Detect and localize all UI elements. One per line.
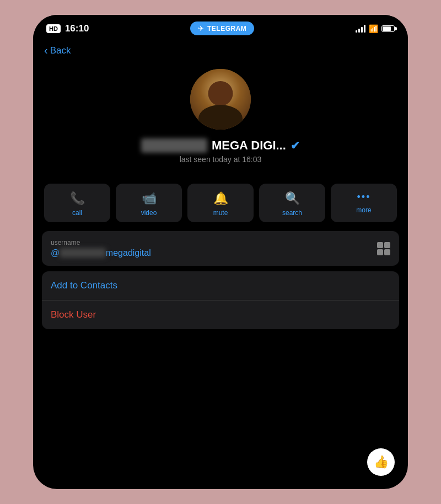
mute-icon: 🔔 xyxy=(213,191,228,206)
video-button[interactable]: 📹 video xyxy=(116,184,182,222)
search-icon: 🔍 xyxy=(285,191,300,206)
username-value: @hoanglammmegadigital xyxy=(51,248,151,258)
qr-code-icon[interactable] xyxy=(377,242,390,255)
user-name: Hoàng Lâm MEGA DIGI... ✔ xyxy=(141,138,300,153)
video-label: video xyxy=(141,209,157,217)
back-label: Back xyxy=(50,45,71,56)
telegram-indicator: ✈ TELEGRAM xyxy=(190,22,254,35)
block-user-button[interactable]: Block User xyxy=(42,301,399,329)
status-left: HD 16:10 xyxy=(46,23,89,34)
status-right: 📶 xyxy=(356,24,395,33)
call-label: call xyxy=(72,209,82,217)
chevron-left-icon: ‹ xyxy=(44,44,48,57)
username-info: username @hoanglammmegadigital xyxy=(51,239,151,258)
more-button[interactable]: ••• more xyxy=(331,184,397,222)
username-suffix: megadigital xyxy=(106,248,151,258)
time: 16:10 xyxy=(65,23,89,34)
profile-section: Hoàng Lâm MEGA DIGI... ✔ last seen today… xyxy=(33,63,408,175)
thumbs-up-button[interactable]: 👍 xyxy=(367,448,395,476)
mute-label: mute xyxy=(213,209,228,217)
add-to-contacts-button[interactable]: Add to Contacts xyxy=(42,271,399,301)
business-name: MEGA DIGI... xyxy=(212,138,286,153)
last-seen: last seen today at 16:03 xyxy=(180,155,262,164)
username-row: username @hoanglammmegadigital xyxy=(42,231,399,266)
back-button[interactable]: ‹ Back xyxy=(44,44,397,57)
telegram-icon: ✈ xyxy=(198,24,204,33)
battery-icon xyxy=(381,25,395,32)
more-label: more xyxy=(356,206,371,214)
search-button[interactable]: 🔍 search xyxy=(259,184,325,222)
nav-bar: ‹ Back xyxy=(33,40,408,63)
status-bar: HD 16:10 ✈ TELEGRAM 📶 xyxy=(33,15,408,40)
call-button[interactable]: 📞 call xyxy=(44,184,110,222)
avatar[interactable] xyxy=(190,69,251,130)
hd-badge: HD xyxy=(46,24,61,33)
info-card: username @hoanglammmegadigital xyxy=(42,231,399,266)
verified-badge-icon: ✔ xyxy=(291,139,300,152)
wifi-icon: 📶 xyxy=(369,24,378,33)
username-blurred: hoanglamm xyxy=(60,248,106,258)
more-icon: ••• xyxy=(357,191,371,203)
video-icon: 📹 xyxy=(142,191,157,206)
avatar-image xyxy=(190,69,251,130)
thumbs-up-icon: 👍 xyxy=(374,455,389,469)
search-label: search xyxy=(282,209,302,217)
telegram-label: TELEGRAM xyxy=(207,25,246,33)
mute-button[interactable]: 🔔 mute xyxy=(187,184,254,222)
action-list: Add to Contacts Block User xyxy=(42,271,399,329)
signal-bars-icon xyxy=(356,25,365,33)
action-buttons: 📞 call 📹 video 🔔 mute 🔍 search ••• more xyxy=(33,175,408,231)
call-icon: 📞 xyxy=(70,191,85,206)
first-name-blurred: Hoàng Lâm xyxy=(141,138,207,153)
username-label: username xyxy=(51,239,151,246)
